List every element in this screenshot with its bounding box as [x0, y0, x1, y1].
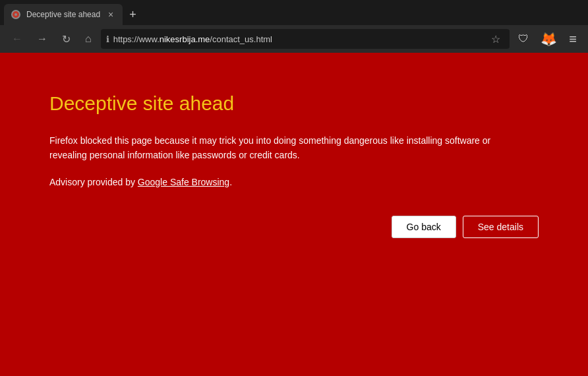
back-button[interactable]: ←: [7, 29, 28, 49]
new-tab-button[interactable]: +: [124, 5, 142, 24]
security-info-icon[interactable]: ℹ: [106, 34, 109, 44]
toolbar-right: 🛡 🦊 ≡: [514, 28, 581, 49]
bookmark-star-icon[interactable]: ☆: [487, 32, 504, 47]
tab-title: Deceptive site ahead: [26, 10, 100, 19]
advisory-prefix: Advisory provided by: [49, 177, 138, 187]
forward-icon: →: [37, 33, 47, 45]
url-display: https://www.nikesrbija.me/contact_us.htm…: [113, 34, 484, 44]
tab-bar: Deceptive site ahead × +: [0, 0, 588, 25]
active-tab[interactable]: Deceptive site ahead ×: [4, 4, 123, 25]
google-safe-browsing-link[interactable]: Google Safe Browsing: [138, 177, 229, 187]
address-bar[interactable]: ℹ https://www.nikesrbija.me/contact_us.h…: [101, 29, 510, 49]
menu-button[interactable]: ≡: [564, 29, 581, 49]
reload-icon: ↻: [62, 33, 71, 46]
advisory-suffix: .: [229, 177, 232, 187]
go-back-button[interactable]: Go back: [392, 216, 456, 238]
see-details-button[interactable]: See details: [463, 216, 539, 238]
warning-body-text: Firefox blocked this page because it may…: [49, 133, 524, 163]
tab-close-button[interactable]: ×: [105, 8, 116, 21]
back-icon: ←: [12, 33, 22, 45]
page-title: Deceptive site ahead: [49, 92, 234, 115]
warning-favicon-icon: [11, 10, 20, 19]
action-buttons: Go back See details: [49, 216, 539, 238]
url-suffix: /contact_us.html: [210, 34, 272, 44]
url-prefix: https://www.: [113, 34, 160, 44]
warning-page: Deceptive site ahead Firefox blocked thi…: [0, 53, 588, 376]
nav-bar: ← → ↻ ⌂ ℹ https://www.nikesrbija.me/cont…: [0, 25, 588, 53]
advisory-text: Advisory provided by Google Safe Browsin…: [49, 175, 232, 189]
reload-button[interactable]: ↻: [57, 29, 76, 49]
home-icon: ⌂: [85, 33, 92, 45]
firefox-avatar[interactable]: 🦊: [536, 28, 562, 49]
url-domain: nikesrbija.me: [160, 34, 210, 44]
home-button[interactable]: ⌂: [80, 29, 97, 49]
browser-chrome: Deceptive site ahead × + ← → ↻ ⌂ ℹ https…: [0, 0, 588, 53]
pocket-button[interactable]: 🛡: [514, 30, 533, 47]
tab-favicon: [11, 9, 21, 20]
forward-button[interactable]: →: [32, 29, 53, 49]
